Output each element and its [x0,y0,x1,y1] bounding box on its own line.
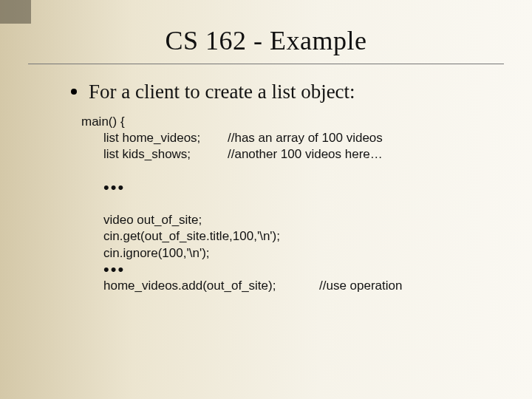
code-decl2-comment: //another 100 videos here… [228,146,489,163]
slide-body: For a client to create a list object: ma… [0,64,532,295]
code-line-add: home_videos.add(out_of_site); //use oper… [81,278,489,294]
slide: CS 162 - Example For a client to create … [0,0,532,399]
corner-shadow [0,0,31,24]
code-line-cin-get: cin.get(out_of_site.title,100,'\n'); [81,228,489,245]
bullet-dot-icon [71,89,77,95]
code-line-decl2: list kids_shows; //another 100 videos he… [81,146,489,163]
code-ellipsis-2: ••• [81,262,489,278]
code-decl2-left: list kids_shows; [103,146,228,163]
code-decl1-left: list home_videos; [103,130,228,146]
code-line-decl1: list home_videos; //has an array of 100 … [81,130,489,146]
code-block: main() { list home_videos; //has an arra… [81,114,489,295]
code-line-video-decl: video out_of_site; [81,212,489,228]
code-add-call: home_videos.add(out_of_site); [103,278,319,294]
bullet-item: For a client to create a list object: [71,79,489,105]
code-line-cin-ignore: cin.ignore(100,'\n'); [81,245,489,262]
code-decl1-comment: //has an array of 100 videos [228,130,489,146]
slide-title: CS 162 - Example [0,0,532,56]
code-line-main: main() { [81,114,489,130]
code-ellipsis-1: ••• [81,180,489,196]
code-add-comment: //use operation [319,278,489,294]
bullet-text: For a client to create a list object: [89,79,355,105]
